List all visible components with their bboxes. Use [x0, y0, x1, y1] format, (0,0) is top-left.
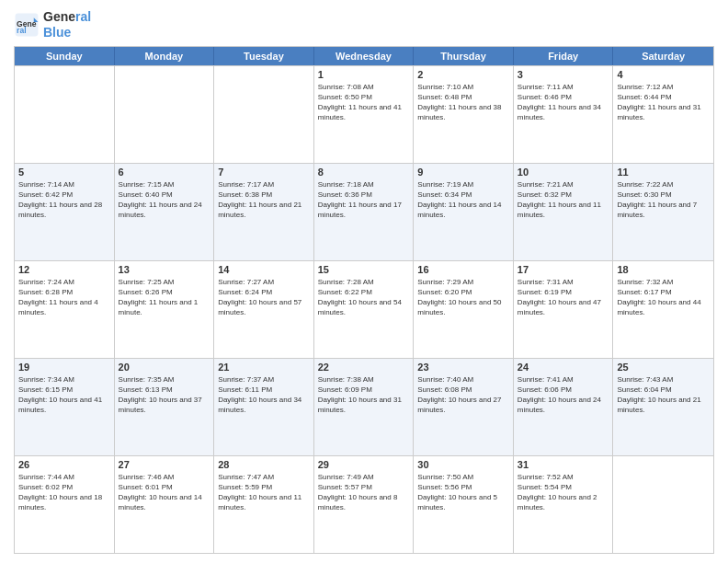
calendar-cell: 20Sunrise: 7:35 AM Sunset: 6:13 PM Dayli…	[115, 359, 215, 455]
cell-info: Sunrise: 7:41 AM Sunset: 6:06 PM Dayligh…	[518, 374, 609, 416]
calendar-cell: 4Sunrise: 7:12 AM Sunset: 6:44 PM Daylig…	[613, 66, 713, 163]
calendar-cell: 21Sunrise: 7:37 AM Sunset: 6:11 PM Dayli…	[214, 359, 314, 455]
day-number: 26	[18, 459, 110, 470]
calendar-cell: 8Sunrise: 7:18 AM Sunset: 6:36 PM Daylig…	[314, 164, 415, 260]
cell-info: Sunrise: 7:15 AM Sunset: 6:40 PM Dayligh…	[119, 179, 210, 221]
cell-info: Sunrise: 7:43 AM Sunset: 6:04 PM Dayligh…	[617, 374, 710, 416]
cell-info: Sunrise: 7:46 AM Sunset: 6:01 PM Dayligh…	[119, 472, 210, 513]
calendar-cell: 31Sunrise: 7:52 AM Sunset: 5:54 PM Dayli…	[514, 456, 614, 553]
day-number: 3	[518, 69, 609, 80]
calendar-cell: 17Sunrise: 7:31 AM Sunset: 6:19 PM Dayli…	[514, 261, 614, 358]
calendar-cell: 19Sunrise: 7:34 AM Sunset: 6:15 PM Dayli…	[15, 359, 115, 455]
cell-info: Sunrise: 7:11 AM Sunset: 6:46 PM Dayligh…	[518, 82, 609, 123]
header-day-tuesday: Tuesday	[214, 47, 314, 65]
calendar-cell: 14Sunrise: 7:27 AM Sunset: 6:24 PM Dayli…	[214, 261, 314, 358]
calendar-cell: 24Sunrise: 7:41 AM Sunset: 6:06 PM Dayli…	[514, 359, 614, 455]
header-day-saturday: Saturday	[613, 47, 713, 65]
day-number: 14	[218, 264, 310, 275]
calendar-cell: 2Sunrise: 7:10 AM Sunset: 6:48 PM Daylig…	[414, 66, 514, 163]
cell-info: Sunrise: 7:28 AM Sunset: 6:22 PM Dayligh…	[318, 277, 410, 318]
cell-info: Sunrise: 7:38 AM Sunset: 6:09 PM Dayligh…	[318, 374, 410, 416]
calendar-row-3: 19Sunrise: 7:34 AM Sunset: 6:15 PM Dayli…	[15, 358, 713, 455]
calendar-cell: 26Sunrise: 7:44 AM Sunset: 6:02 PM Dayli…	[15, 456, 115, 553]
calendar-cell: 6Sunrise: 7:15 AM Sunset: 6:40 PM Daylig…	[115, 164, 215, 260]
calendar-cell: 15Sunrise: 7:28 AM Sunset: 6:22 PM Dayli…	[314, 261, 415, 358]
day-number: 2	[417, 69, 509, 80]
logo: Gene ral General Blue	[14, 9, 91, 40]
day-number: 29	[318, 459, 410, 470]
calendar-cell: 29Sunrise: 7:49 AM Sunset: 5:57 PM Dayli…	[314, 456, 415, 553]
day-number: 10	[518, 167, 609, 178]
logo-icon: Gene ral	[14, 12, 40, 38]
header: Gene ral General Blue	[14, 9, 714, 40]
calendar-row-1: 5Sunrise: 7:14 AM Sunset: 6:42 PM Daylig…	[15, 163, 713, 260]
cell-info: Sunrise: 7:35 AM Sunset: 6:13 PM Dayligh…	[119, 374, 210, 416]
day-number: 5	[18, 167, 110, 178]
day-number: 15	[318, 264, 410, 275]
day-number: 1	[318, 69, 410, 80]
day-number: 12	[18, 264, 110, 275]
calendar-body: 1Sunrise: 7:08 AM Sunset: 6:50 PM Daylig…	[15, 65, 713, 553]
calendar-cell	[613, 456, 713, 553]
day-number: 21	[218, 362, 310, 373]
day-number: 31	[518, 459, 609, 470]
day-number: 9	[417, 167, 509, 178]
cell-info: Sunrise: 7:24 AM Sunset: 6:28 PM Dayligh…	[18, 277, 110, 318]
calendar-cell: 10Sunrise: 7:21 AM Sunset: 6:32 PM Dayli…	[514, 164, 614, 260]
cell-info: Sunrise: 7:27 AM Sunset: 6:24 PM Dayligh…	[218, 277, 310, 318]
header-day-sunday: Sunday	[15, 47, 115, 65]
calendar-cell: 7Sunrise: 7:17 AM Sunset: 6:38 PM Daylig…	[214, 164, 314, 260]
calendar-cell: 23Sunrise: 7:40 AM Sunset: 6:08 PM Dayli…	[414, 359, 514, 455]
day-number: 19	[18, 362, 110, 373]
cell-info: Sunrise: 7:52 AM Sunset: 5:54 PM Dayligh…	[518, 472, 609, 513]
day-number: 11	[617, 167, 710, 178]
calendar-row-0: 1Sunrise: 7:08 AM Sunset: 6:50 PM Daylig…	[15, 65, 713, 163]
cell-info: Sunrise: 7:40 AM Sunset: 6:08 PM Dayligh…	[417, 374, 509, 416]
day-number: 20	[119, 362, 210, 373]
page: Gene ral General Blue SundayMondayTuesda…	[0, 0, 728, 563]
calendar-cell: 12Sunrise: 7:24 AM Sunset: 6:28 PM Dayli…	[15, 261, 115, 358]
day-number: 7	[218, 167, 310, 178]
header-day-wednesday: Wednesday	[314, 47, 415, 65]
header-day-monday: Monday	[115, 47, 215, 65]
day-number: 23	[417, 362, 509, 373]
logo-text: General Blue	[43, 9, 91, 40]
cell-info: Sunrise: 7:18 AM Sunset: 6:36 PM Dayligh…	[318, 179, 410, 221]
day-number: 25	[617, 362, 710, 373]
calendar-cell: 25Sunrise: 7:43 AM Sunset: 6:04 PM Dayli…	[613, 359, 713, 455]
calendar-cell	[115, 66, 215, 163]
day-number: 27	[119, 459, 210, 470]
calendar-cell: 18Sunrise: 7:32 AM Sunset: 6:17 PM Dayli…	[613, 261, 713, 358]
calendar-cell: 5Sunrise: 7:14 AM Sunset: 6:42 PM Daylig…	[15, 164, 115, 260]
calendar-cell: 9Sunrise: 7:19 AM Sunset: 6:34 PM Daylig…	[414, 164, 514, 260]
calendar-row-4: 26Sunrise: 7:44 AM Sunset: 6:02 PM Dayli…	[15, 455, 713, 553]
cell-info: Sunrise: 7:32 AM Sunset: 6:17 PM Dayligh…	[617, 277, 710, 318]
cell-info: Sunrise: 7:47 AM Sunset: 5:59 PM Dayligh…	[218, 472, 310, 513]
cell-info: Sunrise: 7:10 AM Sunset: 6:48 PM Dayligh…	[417, 82, 509, 123]
calendar: SundayMondayTuesdayWednesdayThursdayFrid…	[14, 46, 714, 554]
day-number: 13	[119, 264, 210, 275]
cell-info: Sunrise: 7:49 AM Sunset: 5:57 PM Dayligh…	[318, 472, 410, 513]
cell-info: Sunrise: 7:22 AM Sunset: 6:30 PM Dayligh…	[617, 179, 710, 221]
cell-info: Sunrise: 7:37 AM Sunset: 6:11 PM Dayligh…	[218, 374, 310, 416]
calendar-cell: 1Sunrise: 7:08 AM Sunset: 6:50 PM Daylig…	[314, 66, 415, 163]
day-number: 16	[417, 264, 509, 275]
day-number: 18	[617, 264, 710, 275]
day-number: 4	[617, 69, 710, 80]
cell-info: Sunrise: 7:50 AM Sunset: 5:56 PM Dayligh…	[417, 472, 509, 513]
cell-info: Sunrise: 7:14 AM Sunset: 6:42 PM Dayligh…	[18, 179, 110, 221]
calendar-cell: 16Sunrise: 7:29 AM Sunset: 6:20 PM Dayli…	[414, 261, 514, 358]
cell-info: Sunrise: 7:44 AM Sunset: 6:02 PM Dayligh…	[18, 472, 110, 513]
cell-info: Sunrise: 7:29 AM Sunset: 6:20 PM Dayligh…	[417, 277, 509, 318]
day-number: 22	[318, 362, 410, 373]
calendar-row-2: 12Sunrise: 7:24 AM Sunset: 6:28 PM Dayli…	[15, 260, 713, 358]
cell-info: Sunrise: 7:25 AM Sunset: 6:26 PM Dayligh…	[119, 277, 210, 318]
calendar-cell: 13Sunrise: 7:25 AM Sunset: 6:26 PM Dayli…	[115, 261, 215, 358]
calendar-cell: 22Sunrise: 7:38 AM Sunset: 6:09 PM Dayli…	[314, 359, 415, 455]
day-number: 24	[518, 362, 609, 373]
day-number: 28	[218, 459, 310, 470]
header-day-friday: Friday	[514, 47, 614, 65]
day-number: 17	[518, 264, 609, 275]
calendar-cell: 30Sunrise: 7:50 AM Sunset: 5:56 PM Dayli…	[414, 456, 514, 553]
cell-info: Sunrise: 7:17 AM Sunset: 6:38 PM Dayligh…	[218, 179, 310, 221]
